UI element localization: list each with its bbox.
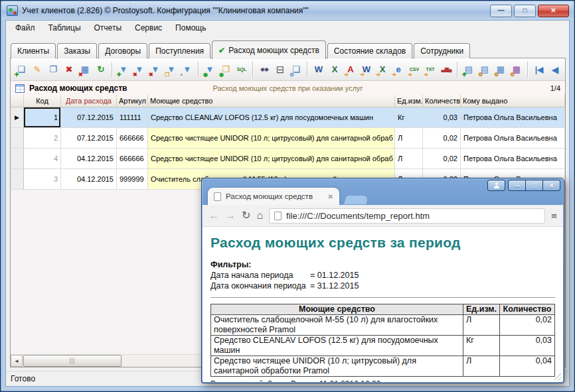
titlebar[interactable]: Учет клиентов (2.826) © Prostoysoft. Кон…: [1, 1, 574, 20]
cell-code[interactable]: 2: [24, 128, 61, 149]
menu-tables[interactable]: Таблицы: [42, 21, 88, 34]
tab-clients[interactable]: Клиенты: [11, 43, 56, 58]
grid-row[interactable]: 4 04.12.2015 666666 Средство чистящее UN…: [11, 149, 565, 169]
clear-table-button[interactable]: ▦ ✖: [77, 62, 93, 78]
profile-button[interactable]: [487, 180, 505, 191]
column-header-product[interactable]: Моющие средство: [148, 95, 395, 107]
delete-record-button[interactable]: ✖: [61, 62, 77, 78]
menu-reports[interactable]: Отчеты: [88, 21, 128, 34]
export-acrobat-button[interactable]: A ➜: [343, 62, 359, 78]
cell-product[interactable]: Средство чистящее UNIDOR (10 л; цитрусов…: [148, 149, 395, 169]
report-maximize-button[interactable]: □: [525, 180, 543, 191]
add-subrecord-button[interactable]: ▤ ✚: [461, 62, 477, 78]
minimize-button[interactable]: —: [490, 5, 512, 17]
add-record-button[interactable]: ❏ ✚: [13, 62, 29, 78]
cell-code[interactable]: 1: [24, 107, 61, 128]
tab-contracts[interactable]: Договоры: [98, 43, 147, 58]
browser-tab[interactable]: Расход моющих средств ✕: [208, 188, 339, 205]
column-header-quantity[interactable]: Количество: [423, 95, 461, 107]
tab-orders[interactable]: Заказы: [57, 43, 97, 58]
report-titlebar[interactable]: — □ ✕ Расход моющих средств ✕: [202, 178, 564, 205]
print-button[interactable]: ⊟: [272, 62, 288, 78]
cell-unit[interactable]: Л: [395, 128, 423, 149]
refresh-button[interactable]: ↻: [93, 62, 109, 78]
new-tab-button[interactable]: [344, 196, 369, 204]
cell-unit[interactable]: Л: [395, 149, 423, 169]
grid-row[interactable]: 2 07.12.2015 666666 Средство чистящее UN…: [11, 128, 565, 149]
grid-row[interactable]: ▶ 1 07.12.2015 111111 Средство CLEANLAV …: [11, 107, 565, 128]
menu-service[interactable]: Сервис: [128, 21, 169, 34]
row-selector-cell[interactable]: [11, 169, 24, 190]
cell-sku[interactable]: 666666: [117, 149, 148, 169]
column-header-unit[interactable]: Ед.изм.: [395, 95, 423, 107]
export-excel-button[interactable]: X: [327, 62, 343, 78]
scrollbar-thumb[interactable]: [23, 355, 122, 367]
cell-quantity[interactable]: 0,03: [423, 107, 461, 128]
sql-view-button[interactable]: SQL: [234, 62, 250, 78]
filter-save-button[interactable]: ▼ ▪: [179, 62, 195, 78]
cell-issued-to[interactable]: Петрова Ольга Васильевна: [461, 107, 565, 128]
cell-sku[interactable]: 111111: [117, 107, 148, 128]
chart-button[interactable]: ▃▆▄: [438, 62, 454, 78]
hamburger-menu-icon[interactable]: ≡: [551, 210, 557, 220]
row-selector-cell[interactable]: ▶: [11, 107, 24, 128]
back-icon[interactable]: ←: [208, 210, 219, 221]
filter-view-button[interactable]: ▼ ◉: [202, 62, 218, 78]
forward-icon[interactable]: →: [225, 210, 236, 221]
cell-sku[interactable]: 999999: [117, 169, 148, 190]
cell-date[interactable]: 04.12.2015: [61, 169, 117, 190]
cell-date[interactable]: 07.12.2015: [61, 107, 117, 128]
row-selector-cell[interactable]: [11, 128, 24, 149]
export-csv-button[interactable]: CSV ➜: [406, 62, 422, 78]
export-word-button[interactable]: W: [311, 62, 327, 78]
filter-remove-button[interactable]: ▼ ✖: [131, 62, 147, 78]
record-settings-button[interactable]: ▤ ⚙: [477, 62, 493, 78]
menu-file[interactable]: Файл: [9, 21, 42, 34]
report-close-button[interactable]: ✕: [542, 180, 560, 191]
tab-employees[interactable]: Сотрудники: [414, 43, 470, 58]
address-bar[interactable]: file:///C://Documents/temp_report.htm: [269, 208, 545, 224]
home-icon[interactable]: ⌂: [256, 210, 263, 221]
export-excel-file-button[interactable]: X ➜: [374, 62, 390, 78]
scroll-left-button[interactable]: ◄: [11, 355, 23, 367]
column-header-code[interactable]: Код: [24, 95, 61, 107]
reload-icon[interactable]: ↻: [242, 210, 250, 221]
column-header-sku[interactable]: Артикул ▲: [117, 95, 148, 107]
filter-clear-button[interactable]: ▼ ✖: [147, 62, 163, 78]
export-word-file-button[interactable]: W ➜: [359, 62, 374, 78]
tab-receipts[interactable]: Поступления: [149, 43, 210, 58]
preview-button[interactable]: ❏ ⊙: [288, 62, 304, 78]
cell-code[interactable]: 4: [24, 149, 61, 169]
copy-record-button[interactable]: ❐: [45, 62, 61, 78]
nav-first-button[interactable]: |◀: [531, 62, 547, 78]
filter-add-button[interactable]: ▼ ✚: [116, 62, 131, 78]
cell-date[interactable]: 04.12.2015: [61, 149, 117, 169]
cell-unit[interactable]: Кг: [395, 107, 423, 128]
cell-quantity[interactable]: 0,02: [423, 149, 461, 169]
edit-record-button[interactable]: ✎: [29, 62, 45, 78]
search-button[interactable]: ◉◉: [256, 62, 272, 78]
filter-open-button[interactable]: ▼ ❒: [163, 62, 179, 78]
column-header-date[interactable]: Дата расхода: [61, 95, 117, 107]
maximize-button[interactable]: □: [514, 5, 536, 17]
menu-help[interactable]: Помощь: [169, 21, 212, 34]
cell-product[interactable]: Средство CLEANLAV LOFOS (12.5 кг) для по…: [148, 107, 395, 128]
export-txt-button[interactable]: TXT ➜: [422, 62, 438, 78]
nav-next-button[interactable]: ▶: [563, 62, 565, 78]
row-selector-cell[interactable]: [11, 149, 24, 169]
filter-tree-button[interactable]: ❒ ◉: [218, 62, 234, 78]
cell-quantity[interactable]: 0,02: [423, 128, 461, 149]
nav-prev-button[interactable]: ◀: [547, 62, 563, 78]
cell-code[interactable]: 3: [24, 169, 61, 190]
tab-warehouse-state[interactable]: Состояние складов: [327, 43, 412, 58]
cell-product[interactable]: Средство чистящее UNIDOR (10 л; цитрусов…: [148, 128, 395, 149]
tab-close-icon[interactable]: ✕: [328, 193, 333, 200]
cell-sku[interactable]: 666666: [117, 128, 148, 149]
cell-date[interactable]: 07.12.2015: [61, 128, 117, 149]
close-button[interactable]: ✕: [538, 5, 569, 17]
grid-settings-button[interactable]: ▦ ⚙: [493, 62, 509, 78]
column-header-issued-to[interactable]: Кому выдано: [461, 95, 565, 107]
report-minimize-button[interactable]: —: [508, 180, 526, 191]
tab-detergent-consumption[interactable]: ✔ Расход моющих средств: [212, 40, 326, 59]
cell-issued-to[interactable]: Петрова Ольга Васильевна: [461, 149, 565, 169]
